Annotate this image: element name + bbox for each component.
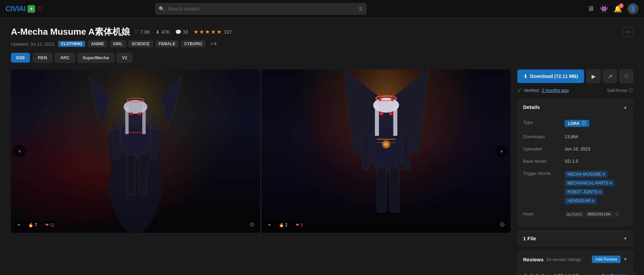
gallery-prev-button[interactable]: ‹ — [14, 145, 26, 157]
tag-more[interactable]: + 6 — [208, 41, 219, 47]
svg-point-22 — [384, 142, 388, 146]
tab-arc[interactable]: ARC — [55, 53, 75, 63]
details-panel-header[interactable]: Details ▲ — [518, 99, 633, 115]
gallery-image-1[interactable]: + 🔥 7 ❤ 11 ⓘ — [11, 69, 260, 233]
share-button[interactable]: ↗ — [603, 69, 617, 83]
save-button[interactable]: ♡ — [619, 69, 633, 83]
copy-icon-3: ⧉ — [599, 190, 601, 194]
tab-supermecha[interactable]: SuperMecha — [78, 53, 114, 63]
star-4: ★ — [211, 29, 216, 35]
logo-plus-icon[interactable]: + — [28, 5, 35, 13]
tab-sss[interactable]: SSS — [11, 53, 30, 63]
image-1-reactions: + 🔥 7 ❤ 11 — [15, 221, 57, 229]
tag-clothing[interactable]: CLOTHING — [58, 41, 85, 47]
tag-female[interactable]: FEMALE — [156, 41, 178, 47]
svg-rect-32 — [377, 168, 386, 212]
trigger-mecha-musume[interactable]: MECHA MUSUME ⧉ — [565, 171, 608, 178]
trigger-headgear[interactable]: HEADGEAR ⧉ — [565, 197, 597, 204]
download-button[interactable]: ⬇ Download (72.11 MB) — [517, 69, 584, 83]
rev-star-5: ★ — [546, 272, 551, 275]
lora-text: LORA — [568, 121, 580, 126]
content-layout: ‹ — [11, 69, 633, 275]
detail-downloads-row: Downloads 13,864 — [523, 131, 627, 143]
hash-label: Hash — [523, 211, 561, 216]
image-gallery: ‹ — [11, 69, 511, 233]
tag-science[interactable]: SCIENCE — [128, 41, 153, 47]
tag-girl[interactable]: GIRL — [110, 41, 126, 47]
tag-anime[interactable]: ANIME — [88, 41, 107, 47]
image-info-button-1[interactable]: ⓘ — [248, 221, 256, 229]
reviews-panel-header[interactable]: Reviews 34 version ratings Add Review ▼ — [518, 251, 633, 268]
tab-ren[interactable]: REN — [33, 53, 52, 63]
search-icon: 🔍 — [159, 6, 164, 12]
comments-stat: 💬 33 — [175, 29, 188, 35]
svg-rect-6 — [125, 107, 129, 134]
svg-point-27 — [379, 112, 383, 115]
logo-heart-icon[interactable]: ♡ — [37, 5, 43, 13]
gallery-image-2[interactable]: + 🔥 2 ❤ 3 ⓘ — [262, 69, 511, 233]
fire-icon-1: 🔥 — [28, 223, 33, 227]
star-3: ★ — [205, 29, 210, 35]
hash-arrow-button[interactable]: › — [614, 212, 620, 217]
ghost-icon[interactable]: 👾 — [600, 5, 608, 13]
notification-bell[interactable]: 🔔 1 — [614, 5, 622, 13]
trigger-mechanical-parts[interactable]: MECHANICAL PARTS ⧉ — [565, 180, 615, 187]
logo: CIVIAI + ♡ — [5, 4, 43, 13]
image-info-button-2[interactable]: ⓘ — [498, 221, 506, 229]
more-options-button[interactable]: ⋯ — [623, 27, 633, 37]
reviews-count: 34 version ratings — [546, 257, 581, 262]
uploaded-value: Jun 16, 2023 — [565, 146, 627, 151]
files-panel-header[interactable]: 1 File ▼ — [518, 231, 633, 246]
logo-text[interactable]: CIVIAI — [5, 4, 26, 13]
base-model-label: Base Model — [523, 159, 561, 164]
verified-badge: ✓ Verified: 2 months ago — [517, 87, 569, 94]
files-chevron-icon: ▼ — [623, 236, 627, 241]
trigger-robot-joints[interactable]: ROBOT JOINTS ⧉ — [565, 189, 604, 195]
downloads-count: 47K — [161, 29, 170, 35]
add-reaction-button-1[interactable]: + — [15, 221, 23, 229]
search-input[interactable] — [155, 3, 366, 15]
details-title: Details — [523, 104, 540, 110]
fire-reaction-2[interactable]: 🔥 2 — [276, 221, 290, 229]
monitor-icon[interactable]: 🖥 — [587, 5, 594, 13]
safetensor-info-icon[interactable]: ⓘ — [629, 87, 633, 93]
reviews-score: 4.97 out of 5 — [554, 273, 579, 275]
tag-cyborg[interactable]: CYBORG — [181, 41, 205, 47]
see-reviews-button[interactable]: See Reviews — [601, 273, 627, 275]
notification-badge: 1 — [619, 3, 624, 8]
search-bar: 🔍 / — [155, 3, 366, 15]
user-avatar[interactable]: 👤 — [628, 3, 639, 14]
heart-icon-2: ❤ — [296, 223, 299, 227]
fire-reaction-1[interactable]: 🔥 7 — [26, 221, 40, 229]
lora-info-icon[interactable]: ⓘ — [582, 120, 586, 126]
add-reaction-button-2[interactable]: + — [266, 221, 273, 229]
heart-reaction-1[interactable]: ❤ 11 — [43, 221, 57, 229]
fire-count-1: 7 — [35, 223, 37, 227]
svg-point-28 — [389, 112, 393, 115]
reviews-rating-row: ★ ★ ★ ★ ★ 4.97 out of 5 See Reviews — [523, 270, 627, 275]
play-button[interactable]: ▶ — [587, 69, 600, 83]
comments-count: 33 — [183, 29, 188, 35]
detail-triggers-row: Trigger Words MECHA MUSUME ⧉ MECHANICAL … — [523, 167, 627, 208]
tab-v1[interactable]: V1 — [117, 53, 132, 63]
svg-rect-25 — [375, 105, 379, 136]
add-review-button[interactable]: Add Review — [592, 256, 621, 263]
image-2-reactions: + 🔥 2 ❤ 3 — [266, 221, 305, 229]
image-placeholder-1 — [11, 69, 260, 233]
reviews-chevron-icon: ▼ — [623, 257, 627, 262]
type-label: Type — [523, 120, 561, 125]
heart-reaction-2[interactable]: ❤ 3 — [293, 221, 305, 229]
svg-rect-7 — [142, 107, 146, 134]
svg-rect-33 — [390, 168, 399, 212]
svg-rect-34 — [362, 136, 370, 170]
gallery-next-button[interactable]: › — [496, 145, 508, 157]
downloads-value: 13,864 — [565, 134, 627, 139]
safetensor-info: SafeTensor ⓘ — [607, 87, 633, 93]
svg-rect-12 — [139, 155, 147, 195]
heart-icon-1: ❤ — [45, 223, 49, 227]
download-icon: ⬇ — [156, 29, 160, 35]
verified-link[interactable]: 2 months ago — [542, 88, 569, 93]
svg-point-9 — [138, 112, 141, 115]
reviews-title: Reviews — [523, 257, 544, 262]
downloads-stat: ⬇ 47K — [156, 29, 170, 35]
